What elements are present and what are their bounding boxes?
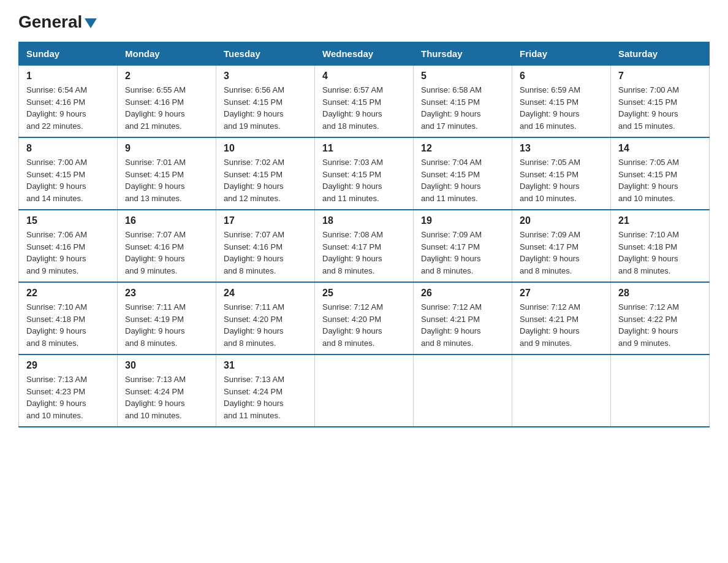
day-number: 31	[224, 360, 307, 371]
day-number: 17	[224, 215, 307, 226]
calendar-cell: 25 Sunrise: 7:12 AMSunset: 4:20 PMDaylig…	[315, 282, 414, 354]
day-info: Sunrise: 7:11 AMSunset: 4:20 PMDaylight:…	[224, 301, 307, 349]
daylight-text: Daylight: 9 hours	[520, 254, 580, 263]
day-info: Sunrise: 7:12 AMSunset: 4:22 PMDaylight:…	[618, 301, 702, 349]
daylight-text: Daylight: 9 hours	[421, 254, 481, 263]
daylight-minutes-text: and 8 minutes.	[26, 339, 78, 348]
day-info: Sunrise: 7:05 AMSunset: 4:15 PMDaylight:…	[618, 156, 702, 204]
sunrise-text: Sunrise: 6:58 AM	[421, 85, 482, 94]
day-info: Sunrise: 7:01 AMSunset: 4:15 PMDaylight:…	[125, 156, 208, 204]
sunset-text: Sunset: 4:15 PM	[26, 170, 85, 179]
daylight-minutes-text: and 10 minutes.	[520, 194, 577, 203]
sunset-text: Sunset: 4:15 PM	[618, 170, 677, 179]
daylight-text: Daylight: 9 hours	[520, 182, 580, 191]
sunrise-text: Sunrise: 7:02 AM	[224, 158, 284, 167]
calendar-cell: 11 Sunrise: 7:03 AMSunset: 4:15 PMDaylig…	[315, 137, 414, 210]
daylight-text: Daylight: 9 hours	[125, 109, 185, 118]
day-info: Sunrise: 6:57 AMSunset: 4:15 PMDaylight:…	[322, 84, 406, 132]
calendar-cell: 19 Sunrise: 7:09 AMSunset: 4:17 PMDaylig…	[414, 210, 512, 282]
daylight-minutes-text: and 11 minutes.	[421, 194, 478, 203]
daylight-text: Daylight: 9 hours	[224, 399, 284, 408]
day-number: 29	[26, 360, 110, 371]
sunset-text: Sunset: 4:15 PM	[421, 170, 480, 179]
day-number: 11	[322, 143, 406, 154]
daylight-text: Daylight: 9 hours	[618, 254, 678, 263]
sunrise-text: Sunrise: 7:12 AM	[618, 302, 679, 312]
daylight-text: Daylight: 9 hours	[26, 399, 86, 408]
day-number: 22	[26, 288, 110, 299]
daylight-text: Daylight: 9 hours	[125, 399, 185, 408]
daylight-minutes-text: and 9 minutes.	[125, 266, 177, 275]
sunset-text: Sunset: 4:23 PM	[26, 387, 85, 396]
calendar-cell: 29 Sunrise: 7:13 AMSunset: 4:23 PMDaylig…	[19, 354, 118, 427]
daylight-minutes-text: and 13 minutes.	[125, 194, 182, 203]
sunrise-text: Sunrise: 6:54 AM	[26, 85, 87, 94]
sunset-text: Sunset: 4:24 PM	[224, 387, 282, 396]
day-number: 9	[125, 143, 208, 154]
sunrise-text: Sunrise: 7:00 AM	[618, 85, 679, 94]
sunset-text: Sunset: 4:16 PM	[224, 242, 282, 251]
daylight-text: Daylight: 9 hours	[322, 326, 382, 335]
calendar-cell: 10 Sunrise: 7:02 AMSunset: 4:15 PMDaylig…	[216, 137, 315, 210]
daylight-text: Daylight: 9 hours	[421, 326, 481, 335]
sunrise-text: Sunrise: 7:08 AM	[322, 230, 383, 239]
daylight-minutes-text: and 8 minutes.	[322, 339, 374, 348]
sunset-text: Sunset: 4:15 PM	[421, 98, 480, 107]
daylight-text: Daylight: 9 hours	[322, 182, 382, 191]
day-info: Sunrise: 7:00 AMSunset: 4:15 PMDaylight:…	[26, 156, 110, 204]
daylight-minutes-text: and 8 minutes.	[322, 266, 374, 275]
day-info: Sunrise: 7:13 AMSunset: 4:23 PMDaylight:…	[26, 373, 110, 421]
sunrise-text: Sunrise: 7:05 AM	[618, 158, 679, 167]
daylight-text: Daylight: 9 hours	[125, 326, 185, 335]
daylight-text: Daylight: 9 hours	[224, 109, 284, 118]
sunrise-text: Sunrise: 6:59 AM	[520, 85, 580, 94]
day-info: Sunrise: 7:08 AMSunset: 4:17 PMDaylight:…	[322, 229, 406, 277]
daylight-text: Daylight: 9 hours	[520, 109, 580, 118]
page-header: General	[18, 12, 710, 29]
daylight-text: Daylight: 9 hours	[618, 182, 678, 191]
day-number: 3	[224, 71, 307, 82]
calendar-cell: 7 Sunrise: 7:00 AMSunset: 4:15 PMDayligh…	[611, 66, 710, 138]
daylight-minutes-text: and 8 minutes.	[421, 339, 473, 348]
calendar-cell: 6 Sunrise: 6:59 AMSunset: 4:15 PMDayligh…	[512, 66, 611, 138]
sunset-text: Sunset: 4:21 PM	[421, 315, 480, 324]
daylight-text: Daylight: 9 hours	[421, 182, 481, 191]
calendar-cell: 21 Sunrise: 7:10 AMSunset: 4:18 PMDaylig…	[611, 210, 710, 282]
day-info: Sunrise: 6:59 AMSunset: 4:15 PMDaylight:…	[520, 84, 603, 132]
sunset-text: Sunset: 4:16 PM	[125, 98, 184, 107]
calendar-cell: 30 Sunrise: 7:13 AMSunset: 4:24 PMDaylig…	[118, 354, 216, 427]
calendar-cell: 22 Sunrise: 7:10 AMSunset: 4:18 PMDaylig…	[19, 282, 118, 354]
sunrise-text: Sunrise: 7:12 AM	[421, 302, 482, 312]
calendar-cell: 31 Sunrise: 7:13 AMSunset: 4:24 PMDaylig…	[216, 354, 315, 427]
day-number: 13	[520, 143, 603, 154]
sunrise-text: Sunrise: 6:57 AM	[322, 85, 383, 94]
sunrise-text: Sunrise: 7:13 AM	[125, 375, 186, 384]
calendar-cell: 26 Sunrise: 7:12 AMSunset: 4:21 PMDaylig…	[414, 282, 512, 354]
calendar-header-row: SundayMondayTuesdayWednesdayThursdayFrid…	[19, 42, 710, 66]
sunset-text: Sunset: 4:21 PM	[520, 315, 578, 324]
day-number: 2	[125, 71, 208, 82]
day-info: Sunrise: 7:00 AMSunset: 4:15 PMDaylight:…	[618, 84, 702, 132]
sunset-text: Sunset: 4:15 PM	[520, 98, 578, 107]
sunrise-text: Sunrise: 7:10 AM	[26, 302, 87, 312]
calendar-table: SundayMondayTuesdayWednesdayThursdayFrid…	[18, 42, 710, 427]
day-number: 10	[224, 143, 307, 154]
daylight-text: Daylight: 9 hours	[322, 109, 382, 118]
daylight-minutes-text: and 8 minutes.	[421, 266, 473, 275]
calendar-cell: 1 Sunrise: 6:54 AMSunset: 4:16 PMDayligh…	[19, 66, 118, 138]
daylight-minutes-text: and 22 minutes.	[26, 121, 83, 131]
calendar-cell: 8 Sunrise: 7:00 AMSunset: 4:15 PMDayligh…	[19, 137, 118, 210]
day-info: Sunrise: 7:09 AMSunset: 4:17 PMDaylight:…	[520, 229, 603, 277]
calendar-cell: 28 Sunrise: 7:12 AMSunset: 4:22 PMDaylig…	[611, 282, 710, 354]
sunset-text: Sunset: 4:22 PM	[618, 315, 677, 324]
daylight-text: Daylight: 9 hours	[618, 326, 678, 335]
day-header-friday: Friday	[512, 42, 611, 66]
sunset-text: Sunset: 4:19 PM	[125, 315, 184, 324]
daylight-text: Daylight: 9 hours	[224, 254, 284, 263]
sunrise-text: Sunrise: 7:09 AM	[421, 230, 482, 239]
day-info: Sunrise: 7:11 AMSunset: 4:19 PMDaylight:…	[125, 301, 208, 349]
day-number: 23	[125, 288, 208, 299]
sunrise-text: Sunrise: 6:55 AM	[125, 85, 186, 94]
daylight-minutes-text: and 9 minutes.	[618, 339, 670, 348]
calendar-week-row: 29 Sunrise: 7:13 AMSunset: 4:23 PMDaylig…	[19, 354, 710, 427]
